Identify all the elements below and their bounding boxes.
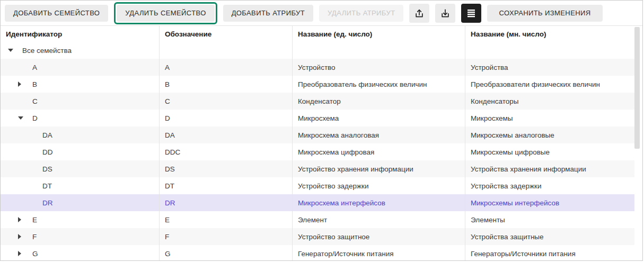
singular-text: Устройство защитное bbox=[298, 233, 369, 241]
designation-text: D bbox=[165, 114, 170, 122]
plural-text: Микросхемы цифровые bbox=[471, 148, 550, 156]
table-row[interactable]: C C Конденсатор Конденсаторы bbox=[1, 93, 635, 110]
designation-text: E bbox=[165, 216, 170, 224]
table-row[interactable]: B B Преобразователь физических величин П… bbox=[1, 76, 635, 93]
designation-text: DR bbox=[165, 199, 175, 207]
cell-identifier: Все семейства bbox=[1, 42, 160, 59]
cell-singular: Устройство bbox=[293, 59, 465, 76]
table-row[interactable]: DR DR Микросхема интерфейсов Микросхемы … bbox=[1, 194, 635, 211]
cell-plural: Микросхемы интерфейсов bbox=[465, 194, 635, 211]
cell-plural bbox=[465, 42, 635, 59]
table-row[interactable]: E E Элемент Элементы bbox=[1, 211, 635, 228]
cell-singular: Микросхема интерфейсов bbox=[293, 194, 465, 211]
identifier-text: D bbox=[32, 114, 38, 122]
table-row[interactable]: D D Микросхема Микросхемы bbox=[1, 110, 635, 127]
singular-text: Преобразователь физических величин bbox=[298, 80, 427, 88]
table-row[interactable]: F F Устройство защитное Устройства защит… bbox=[1, 228, 635, 245]
table-row[interactable]: DT DT Устройство задержки Устройства зад… bbox=[1, 177, 635, 194]
cell-designation: DR bbox=[160, 194, 293, 211]
plural-text: Микросхемы аналоговые bbox=[471, 131, 554, 139]
identifier-text: G bbox=[32, 250, 38, 258]
cell-singular: Устройство защитное bbox=[293, 228, 465, 245]
upload-button[interactable] bbox=[409, 4, 429, 23]
table-header: Идентификатор Обозначение Название (ед. … bbox=[1, 26, 635, 42]
cell-singular: Конденсатор bbox=[293, 93, 465, 110]
designation-text: C bbox=[165, 97, 170, 105]
families-table: Идентификатор Обозначение Название (ед. … bbox=[1, 26, 642, 261]
vertical-scrollbar[interactable] bbox=[634, 26, 640, 260]
plural-text: Конденсаторы bbox=[471, 97, 518, 105]
cell-designation: F bbox=[160, 228, 293, 245]
cell-singular: Преобразователь физических величин bbox=[293, 76, 465, 93]
table-row[interactable]: DS DS Устройство хранения информации Уст… bbox=[1, 160, 635, 177]
cell-identifier: B bbox=[1, 76, 160, 93]
delete-family-button[interactable]: УДАЛИТЬ СЕМЕЙСТВО bbox=[117, 5, 214, 22]
cell-plural: Конденсаторы bbox=[465, 93, 635, 110]
table-row[interactable]: A A Устройство Устройства bbox=[1, 59, 635, 76]
plural-text: Генераторы/Источники питания bbox=[471, 250, 576, 258]
cell-designation: DS bbox=[160, 160, 293, 177]
upload-icon bbox=[414, 8, 425, 19]
tree-toggle-icon[interactable] bbox=[18, 250, 25, 257]
save-changes-button[interactable]: СОХРАНИТЬ ИЗМЕНЕНИЯ bbox=[487, 5, 602, 22]
tree-toggle-icon[interactable] bbox=[18, 114, 25, 122]
cell-identifier: DD bbox=[1, 143, 160, 160]
delete-family-focus-outline: УДАЛИТЬ СЕМЕЙСТВО bbox=[114, 2, 217, 24]
tree-toggle-icon[interactable] bbox=[18, 80, 25, 88]
plural-text: Микросхемы bbox=[471, 114, 513, 122]
plural-text: Устройства задержки bbox=[471, 182, 541, 190]
singular-text: Микросхема bbox=[298, 114, 339, 122]
singular-text: Элемент bbox=[298, 216, 327, 224]
designation-text: A bbox=[165, 64, 170, 71]
add-family-button[interactable]: ДОБАВИТЬ СЕМЕЙСТВО bbox=[5, 5, 108, 22]
table-row[interactable]: G G Генератор/Источник питания Генератор… bbox=[1, 245, 635, 261]
designation-text: F bbox=[165, 233, 169, 241]
cell-designation: C bbox=[160, 93, 293, 110]
identifier-text: Все семейства bbox=[22, 47, 72, 55]
tree-toggle-icon[interactable] bbox=[8, 47, 15, 54]
designation-text: DS bbox=[165, 165, 175, 173]
cell-plural: Генераторы/Источники питания bbox=[465, 245, 635, 261]
column-header-singular: Название (ед. число) bbox=[293, 26, 465, 42]
tree-toggle-icon[interactable] bbox=[18, 233, 25, 240]
column-header-designation: Обозначение bbox=[160, 26, 293, 42]
tree-toggle-icon[interactable] bbox=[18, 216, 25, 223]
attribute-list-button[interactable] bbox=[461, 4, 481, 23]
cell-singular bbox=[293, 42, 465, 59]
toolbar: ДОБАВИТЬ СЕМЕЙСТВО УДАЛИТЬ СЕМЕЙСТВО ДОБ… bbox=[1, 1, 642, 26]
cell-plural: Устройства хранения информации bbox=[465, 160, 635, 177]
plural-text: Преобразователи физических величин bbox=[471, 80, 600, 88]
cell-identifier: DT bbox=[1, 177, 160, 194]
cell-plural: Элементы bbox=[465, 211, 635, 228]
designation-text: G bbox=[165, 250, 171, 258]
singular-text: Микросхема аналоговая bbox=[298, 131, 379, 139]
singular-text: Микросхема интерфейсов bbox=[298, 199, 385, 207]
cell-identifier: DS bbox=[1, 160, 160, 177]
add-attribute-button[interactable]: ДОБАВИТЬ АТРИБУТ bbox=[223, 5, 313, 22]
identifier-text: DT bbox=[42, 182, 52, 190]
plural-text: Устройства хранения информации bbox=[471, 165, 586, 173]
table-row[interactable]: DD DDC Микросхема цифровая Микросхемы ци… bbox=[1, 143, 635, 160]
download-button[interactable] bbox=[435, 4, 455, 23]
singular-text: Микросхема цифровая bbox=[298, 148, 374, 156]
identifier-text: DR bbox=[42, 199, 53, 207]
identifier-text: DA bbox=[42, 131, 52, 139]
designation-text: DDC bbox=[165, 148, 180, 156]
plural-text: Микросхемы интерфейсов bbox=[471, 199, 559, 207]
identifier-text: DS bbox=[42, 165, 52, 173]
identifier-text: DD bbox=[42, 148, 53, 156]
plural-text: Элементы bbox=[471, 216, 505, 224]
column-header-plural: Название (мн. число) bbox=[465, 26, 635, 42]
cell-plural: Устройства защитные bbox=[465, 228, 635, 245]
table-row[interactable]: DA DA Микросхема аналоговая Микросхемы а… bbox=[1, 127, 635, 143]
identifier-text: F bbox=[32, 233, 37, 241]
plural-text: Устройства защитные bbox=[471, 233, 544, 241]
cell-identifier: A bbox=[1, 59, 160, 76]
identifier-text: A bbox=[32, 64, 37, 71]
cell-plural: Микросхемы аналоговые bbox=[465, 127, 635, 143]
scrollbar-thumb[interactable] bbox=[634, 27, 640, 149]
cell-singular: Микросхема bbox=[293, 110, 465, 127]
download-icon bbox=[440, 8, 451, 19]
table-row[interactable]: Все семейства bbox=[1, 42, 635, 59]
cell-plural: Устройства bbox=[465, 59, 635, 76]
